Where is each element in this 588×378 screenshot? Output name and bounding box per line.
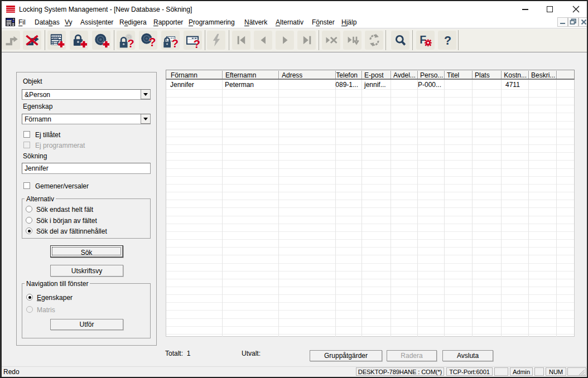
svg-text:?: ?	[127, 37, 134, 48]
svg-text:?: ?	[149, 36, 156, 48]
svg-text:F: F	[420, 33, 426, 46]
svg-text:?: ?	[444, 34, 451, 47]
svg-text:?: ?	[172, 37, 179, 48]
svg-text:?: ?	[194, 37, 201, 48]
